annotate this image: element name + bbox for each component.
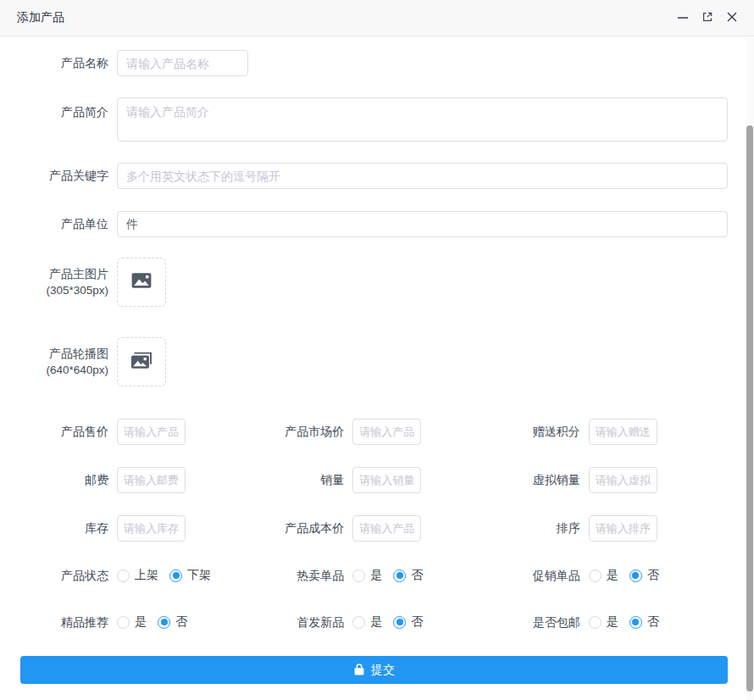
product-keywords-row: 产品关键字 xyxy=(20,163,728,189)
first-new-field: 首发新品 是否 xyxy=(256,614,491,630)
maximize-button[interactable] xyxy=(698,8,717,27)
sort-input[interactable] xyxy=(589,515,657,542)
radio-circle-icon xyxy=(393,616,406,629)
radio-option-selected[interactable]: 否 xyxy=(629,614,659,630)
product-intro-label: 产品简介 xyxy=(20,97,117,119)
postage-label: 邮费 xyxy=(20,472,117,487)
free-shipping-label: 是否包邮 xyxy=(492,614,589,630)
product-name-input[interactable] xyxy=(117,50,248,76)
postage-row: 邮费 销量 虚拟销量 xyxy=(20,467,728,493)
radio-circle-icon xyxy=(629,616,642,629)
radio-circle-icon xyxy=(117,569,130,582)
scrollbar-thumb[interactable] xyxy=(746,125,753,692)
minimize-icon xyxy=(677,11,689,25)
window-controls xyxy=(674,8,741,27)
free-shipping-radio-group: 是否 xyxy=(589,614,670,630)
radio-option-unselected[interactable]: 是 xyxy=(352,614,382,630)
cost-price-label: 产品成本价 xyxy=(256,520,352,536)
submit-button-label: 提交 xyxy=(371,663,395,678)
submit-button[interactable]: 提交 xyxy=(20,656,728,684)
virtual-sales-input[interactable] xyxy=(589,467,657,493)
product-unit-label: 产品单位 xyxy=(20,216,117,231)
product-status-field: 产品状态 上架下架 xyxy=(20,568,256,583)
points-label: 赠送积分 xyxy=(492,424,589,439)
radio-option-label: 否 xyxy=(411,614,423,630)
radio-option-unselected[interactable]: 是 xyxy=(589,568,618,583)
cost-price-input[interactable] xyxy=(352,515,421,542)
product-keywords-input[interactable] xyxy=(117,163,728,189)
stock-label: 库存 xyxy=(20,520,117,536)
radio-circle-icon xyxy=(169,569,182,582)
main-image-upload[interactable] xyxy=(117,258,166,307)
radio-circle-icon xyxy=(352,616,365,629)
carousel-image-upload[interactable] xyxy=(117,337,166,386)
radio-option-selected[interactable]: 下架 xyxy=(169,568,211,583)
status-row: 产品状态 上架下架 热卖单品 是否 促销单品 是否 xyxy=(20,568,728,583)
radio-circle-icon xyxy=(117,616,130,629)
scrollbar[interactable] xyxy=(746,37,754,700)
radio-option-label: 是 xyxy=(135,614,147,630)
radio-option-label: 否 xyxy=(411,568,423,583)
radio-circle-icon xyxy=(589,569,602,582)
product-name-row: 产品名称 xyxy=(20,50,728,76)
radio-option-selected[interactable]: 否 xyxy=(393,614,423,630)
market-price-label: 产品市场价 xyxy=(256,424,352,439)
product-name-label: 产品名称 xyxy=(20,55,117,70)
dialog-title: 添加产品 xyxy=(17,10,674,25)
main-image-label: 产品主图片 (305*305px) xyxy=(20,265,117,299)
submit-row: 提交 xyxy=(20,656,728,684)
radio-option-label: 是 xyxy=(370,568,382,583)
radio-option-label: 否 xyxy=(175,614,187,630)
close-icon xyxy=(726,11,738,25)
radio-option-label: 下架 xyxy=(187,568,211,583)
hot-item-label: 热卖单品 xyxy=(256,568,352,583)
points-field: 赠送积分 xyxy=(492,419,728,445)
market-price-input[interactable] xyxy=(352,419,421,445)
hot-item-radio-group: 是否 xyxy=(352,568,434,583)
minimize-button[interactable] xyxy=(674,8,692,27)
product-intro-textarea[interactable] xyxy=(117,97,728,142)
price-input[interactable] xyxy=(117,419,186,445)
promo-item-label: 促销单品 xyxy=(492,568,589,583)
points-input[interactable] xyxy=(589,419,657,445)
price-label: 产品售价 xyxy=(20,424,117,439)
radio-option-label: 否 xyxy=(647,614,659,630)
main-image-row: 产品主图片 (305*305px) xyxy=(20,258,728,307)
stock-field: 库存 xyxy=(20,515,256,542)
close-button[interactable] xyxy=(723,8,741,27)
price-field: 产品售价 xyxy=(20,419,256,445)
postage-field: 邮费 xyxy=(20,467,256,493)
stock-row: 库存 产品成本价 排序 xyxy=(20,515,728,542)
product-status-label: 产品状态 xyxy=(20,568,117,583)
radio-circle-icon xyxy=(158,616,170,629)
form-body: 产品名称 产品简介 产品关键字 产品单位 产品主图片 (305*305px) xyxy=(0,36,754,684)
first-new-radio-group: 是否 xyxy=(352,614,434,630)
radio-option-unselected[interactable]: 上架 xyxy=(117,568,158,583)
sort-field: 排序 xyxy=(492,515,728,542)
carousel-image-row: 产品轮播图 (640*640px) xyxy=(20,337,728,386)
add-product-dialog: 添加产品 xyxy=(0,0,754,700)
stock-input[interactable] xyxy=(117,515,186,542)
postage-input[interactable] xyxy=(117,467,186,493)
sales-input[interactable] xyxy=(352,467,421,493)
price-row: 产品售价 产品市场价 赠送积分 xyxy=(20,419,728,445)
virtual-sales-label: 虚拟销量 xyxy=(492,472,589,487)
image-icon xyxy=(130,269,152,295)
radio-option-label: 是 xyxy=(607,568,618,583)
product-intro-row: 产品简介 xyxy=(20,97,728,142)
radio-option-label: 是 xyxy=(370,614,382,630)
product-unit-row: 产品单位 xyxy=(20,211,728,237)
radio-option-selected[interactable]: 否 xyxy=(629,568,659,583)
sales-label: 销量 xyxy=(256,472,352,487)
featured-field: 精品推荐 是否 xyxy=(20,614,256,630)
radio-option-selected[interactable]: 否 xyxy=(393,568,423,583)
radio-circle-icon xyxy=(352,569,365,582)
first-new-label: 首发新品 xyxy=(256,614,352,630)
radio-option-unselected[interactable]: 是 xyxy=(589,614,618,630)
radio-circle-icon xyxy=(589,616,602,629)
product-unit-input[interactable] xyxy=(117,211,728,237)
radio-option-unselected[interactable]: 是 xyxy=(117,614,147,630)
featured-row: 精品推荐 是否 首发新品 是否 是否包邮 是否 xyxy=(20,614,728,630)
radio-option-selected[interactable]: 否 xyxy=(158,614,187,630)
radio-option-unselected[interactable]: 是 xyxy=(352,568,382,583)
